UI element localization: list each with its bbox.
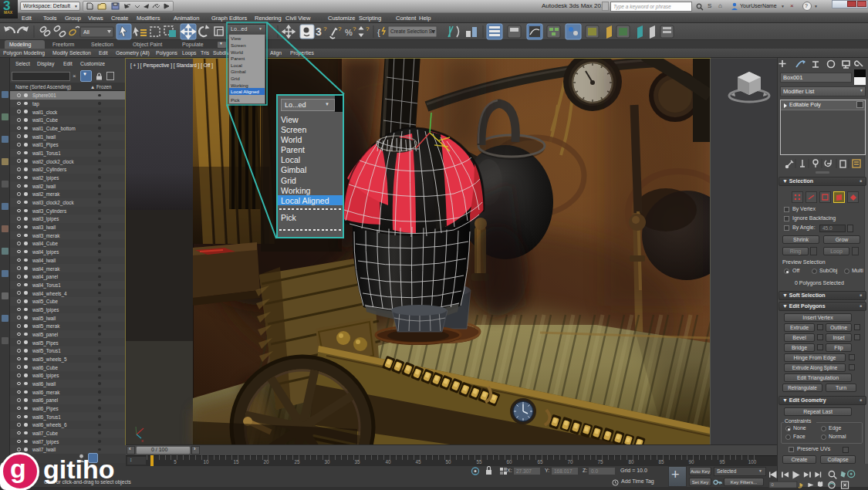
svg-text:Create Selection Se: Create Selection Se <box>390 29 435 34</box>
svg-text:%: % <box>345 28 353 37</box>
svg-text:All: All <box>83 29 90 35</box>
svg-text:?: ? <box>366 25 370 32</box>
svg-text:x: x <box>141 438 144 443</box>
svg-text:3: 3 <box>316 25 322 38</box>
svg-text:?: ? <box>338 25 342 32</box>
svg-text:?: ? <box>323 25 327 32</box>
svg-text:[ + ] [ Perspective ] [ Standa: [ + ] [ Perspective ] [ Standard ] [ Off… <box>130 63 213 69</box>
svg-text:?: ? <box>353 25 356 32</box>
svg-text:{: { <box>377 28 380 37</box>
